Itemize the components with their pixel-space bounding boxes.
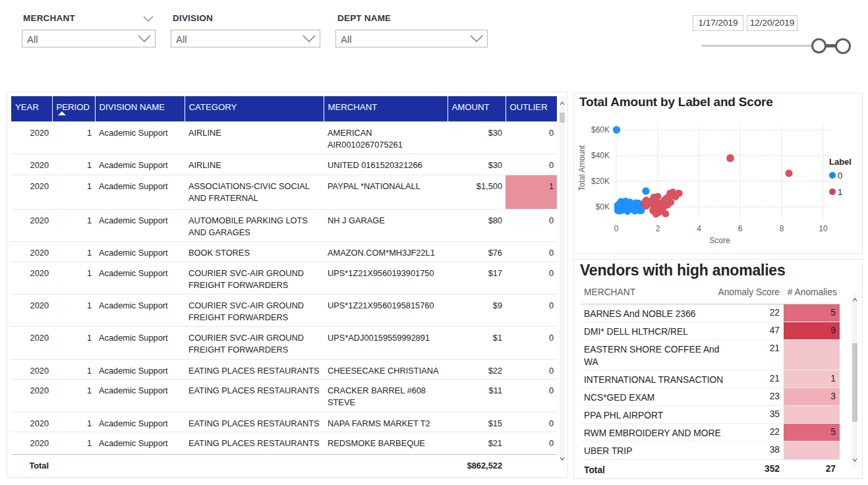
svg-text:Label: Label — [829, 157, 852, 167]
svg-text:2: 2 — [656, 224, 660, 233]
svg-text:1: 1 — [838, 187, 842, 197]
svg-text:$60K: $60K — [591, 125, 610, 134]
svg-text:0: 0 — [838, 171, 842, 181]
svg-text:$20K: $20K — [591, 177, 610, 186]
svg-text:$40K: $40K — [591, 151, 610, 160]
svg-text:10: 10 — [819, 224, 828, 233]
svg-text:8: 8 — [780, 224, 784, 233]
svg-text:$0K: $0K — [596, 202, 610, 212]
svg-text:Total Amount: Total Amount — [577, 145, 587, 191]
svg-text:Score: Score — [709, 236, 730, 245]
svg-text:6: 6 — [738, 224, 743, 233]
svg-text:4: 4 — [697, 224, 701, 233]
svg-text:0: 0 — [614, 224, 619, 233]
